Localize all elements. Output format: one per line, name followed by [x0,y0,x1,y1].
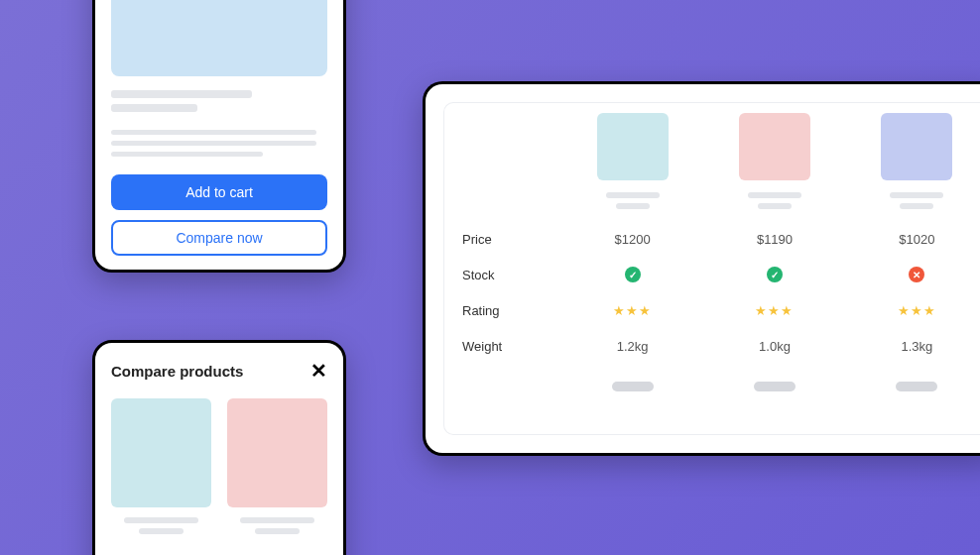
compare-products-card: Compare products ✕ [92,340,346,555]
price-value: $1200 [561,232,703,247]
action-skeleton[interactable] [754,382,796,391]
compare-now-button[interactable]: Compare now [111,220,327,256]
action-skeleton[interactable] [896,382,937,391]
star-icon: ★★★ [613,303,652,318]
row-label: Stock [462,268,561,282]
compare-item[interactable] [227,398,327,534]
product-swatch [881,113,952,180]
name-skeleton [890,192,943,198]
price-value: $1020 [846,232,980,247]
name-skeleton [606,192,660,198]
product-swatch [111,398,211,507]
product-image-placeholder [111,0,327,76]
action-skeleton[interactable] [612,382,654,391]
subtitle-skeleton [111,104,197,112]
table-column [846,113,980,209]
compare-item[interactable] [111,398,211,534]
product-swatch [227,398,327,507]
desc-skeleton [111,141,316,146]
name-skeleton [748,192,801,198]
meta-skeleton [900,203,933,209]
weight-value: 1.0kg [703,339,845,354]
meta-skeleton [255,528,300,534]
check-icon: ✓ [767,267,783,282]
meta-skeleton [139,528,184,534]
table-column [561,113,703,209]
table-header [462,113,980,209]
weight-value: 1.2kg [561,339,703,354]
desc-skeleton [111,152,263,157]
close-icon[interactable]: ✕ [310,359,327,383]
table-column [703,113,845,209]
weight-value: 1.3kg [846,339,980,354]
table-row-weight: Weight 1.2kg 1.0kg 1.3kg [462,328,980,364]
product-swatch [597,113,669,180]
star-icon: ★★★ [755,303,794,318]
row-label: Rating [462,303,561,318]
check-icon: ✓ [625,267,641,282]
row-label: Weight [462,339,561,354]
x-icon: ✕ [909,267,924,282]
table-row-stock: Stock ✓ ✓ ✕ [462,257,980,292]
meta-skeleton [758,203,792,209]
star-icon: ★★★ [898,303,936,318]
row-label: Price [462,232,561,247]
comparison-table-card: Price $1200 $1190 $1020 Stock ✓ ✓ ✕ Rati… [423,81,980,456]
table-row-price: Price $1200 $1190 $1020 [462,221,980,257]
name-skeleton [240,517,315,523]
compare-products-title: Compare products [111,363,243,380]
title-skeleton [111,90,252,98]
name-skeleton [124,517,199,523]
meta-skeleton [616,203,650,209]
table-row-rating: Rating ★★★ ★★★ ★★★ [462,292,980,328]
table-footer [462,364,980,399]
desc-skeleton [111,130,316,135]
product-card: Add to cart Compare now [92,0,346,273]
price-value: $1190 [703,232,845,247]
add-to-cart-button[interactable]: Add to cart [111,174,327,210]
product-swatch [739,113,810,180]
